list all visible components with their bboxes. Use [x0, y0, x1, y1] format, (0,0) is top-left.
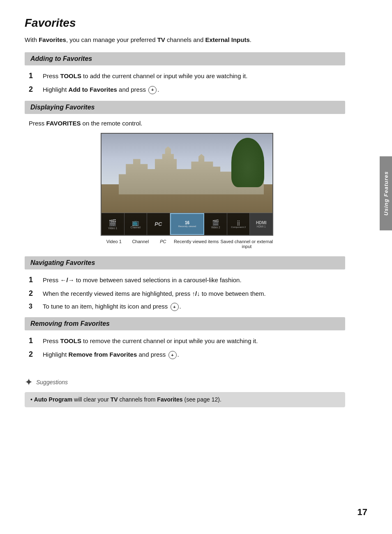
fav-bar-video1: 🎬 Video 1	[101, 213, 125, 235]
intro-text-middle: , you can manage your preferred	[66, 36, 157, 43]
step-number-2: 2	[29, 84, 41, 95]
component2-label: Component 2	[231, 226, 246, 228]
rem-step-number-1: 1	[29, 335, 41, 346]
removing-section-header: Removing from Favorites	[25, 317, 345, 330]
suggestions-bullet: • Auto Program will clear your TV channe…	[25, 392, 345, 407]
channel-icon: 📺	[132, 219, 139, 226]
adding-section-header: Adding to Favorites	[25, 52, 345, 65]
displaying-section: Displaying Favorites Press FAVORITES on …	[25, 101, 345, 249]
intro-text-after: channels and	[165, 36, 205, 43]
channel-label: Channel	[131, 226, 141, 229]
caption-saved: Saved channel or external input	[220, 239, 273, 249]
component2-icon: ⣿	[237, 220, 240, 226]
intro-favorites-bold: Favorites	[39, 36, 66, 43]
nav-step-number-2: 2	[29, 288, 41, 299]
removing-step-1: 1 Press TOOLS to remove the current chan…	[29, 335, 345, 346]
video2-icon: 🎬	[212, 219, 219, 226]
suggestion-favorites-bold: Favorites	[157, 396, 182, 403]
nav-step-number-1: 1	[29, 274, 41, 286]
removing-section: Removing from Favorites 1 Press TOOLS to…	[25, 317, 345, 360]
hdmi1-icon: HDMI	[256, 221, 267, 225]
suggestion-text-middle: will clear your	[72, 396, 111, 403]
auto-program-bold: Auto Program	[34, 396, 72, 403]
suggestion-text-end: (see page 12).	[183, 396, 221, 403]
favorites-display-illustration: 🎬 Video 1 📺 Channel PC	[29, 133, 345, 249]
adding-step-2-text: Highlight Add to Favorites and press +.	[43, 85, 159, 95]
navigating-step-1: 1 Press ←/→ to move between saved select…	[29, 274, 345, 286]
fav-bar-hdmi1: HDMI HDMI 1	[250, 213, 272, 235]
sidebar-tab-text: Using Features	[383, 171, 389, 216]
caption-recent: Recently viewed items	[172, 239, 220, 244]
nav-step-3-text: To tune to an item, highlight its icon a…	[43, 302, 181, 311]
sidebar-tab: Using Features	[380, 156, 392, 230]
fav-bar-recent: 16 Recently viewed	[170, 213, 205, 235]
intro-period: .	[250, 36, 251, 43]
video1-icon: 🎬	[108, 219, 117, 227]
video2-label: Video 2	[211, 226, 220, 229]
caption-video1: Video 1	[101, 239, 127, 244]
fav-bar-component2: ⣿ Component 2	[227, 213, 250, 235]
intro-tv-bold: TV	[157, 36, 165, 43]
navigating-steps-list: 1 Press ←/→ to move between saved select…	[25, 274, 345, 311]
navigating-section-header: Navigating Favorites	[25, 256, 345, 269]
suggestion-tv-bold: TV	[111, 396, 118, 403]
caption-pc: PC	[154, 239, 172, 244]
tv-trees	[231, 138, 264, 187]
pc-icon: PC	[154, 221, 162, 227]
video1-label: Video 1	[108, 227, 117, 230]
suggestions-label: Suggestions	[36, 379, 68, 385]
recent-label: Recently viewed	[178, 225, 196, 228]
enter-button-icon-rem: +	[168, 351, 177, 359]
suggestion-bullet-mark: •	[30, 396, 34, 403]
suggestion-text-after: channels from	[118, 396, 157, 403]
suggestions-section: ✦ Suggestions • Auto Program will clear …	[25, 376, 345, 407]
tv-screen: 🎬 Video 1 📺 Channel PC	[101, 133, 273, 236]
removing-step-2: 2 Highlight Remove from Favorites and pr…	[29, 349, 345, 360]
nav-step-number-3: 3	[29, 302, 41, 311]
fav-bar-video2: 🎬 Video 2	[204, 213, 227, 235]
suggestions-header: ✦ Suggestions	[25, 376, 345, 388]
adding-step-1-text: Press TOOLS to add the current channel o…	[43, 72, 247, 81]
navigating-section: Navigating Favorites 1 Press ←/→ to move…	[25, 256, 345, 311]
removing-step-2-text: Highlight Remove from Favorites and pres…	[43, 350, 179, 360]
hdmi1-label: HDMI 1	[257, 225, 266, 228]
caption-row: Video 1 Channel PC Recently viewed items…	[101, 239, 273, 249]
intro-external-bold: External Inputs	[205, 36, 249, 43]
navigating-step-2: 2 When the recently viewed items are hig…	[29, 288, 345, 299]
navigating-step-3: 3 To tune to an item, highlight its icon…	[29, 302, 345, 311]
intro-text-before: With	[25, 36, 39, 43]
right-sidebar: Using Features	[376, 0, 392, 534]
fav-bar-channel: 📺 Channel	[125, 213, 148, 235]
removing-steps-list: 1 Press TOOLS to remove the current chan…	[25, 335, 345, 360]
adding-section: Adding to Favorites 1 Press TOOLS to add…	[25, 52, 345, 95]
caption-channel: Channel	[127, 239, 154, 244]
intro-paragraph: With Favorites, you can manage your pref…	[25, 35, 345, 45]
fav-bar-pc: PC	[147, 213, 170, 235]
page-number: 17	[357, 507, 367, 518]
favorites-keyword: FAVORITES	[46, 120, 81, 127]
adding-steps-list: 1 Press TOOLS to add the current channel…	[25, 70, 345, 95]
nav-step-2-text: When the recently viewed items are highl…	[43, 289, 266, 299]
displaying-press-text: Press FAVORITES on the remote control.	[29, 119, 345, 128]
displaying-section-header: Displaying Favorites	[25, 101, 345, 114]
enter-button-icon-nav: +	[171, 303, 179, 311]
removing-step-1-text: Press TOOLS to remove the current channe…	[43, 337, 258, 346]
suggestions-icon: ✦	[25, 376, 33, 388]
recent-number: 16	[185, 221, 189, 225]
adding-step-1: 1 Press TOOLS to add the current channel…	[29, 70, 345, 81]
page-title: Favorites	[25, 16, 345, 30]
step-number-1: 1	[29, 70, 41, 81]
adding-step-2: 2 Highlight Add to Favorites and press +…	[29, 84, 345, 95]
nav-step-1-text: Press ←/→ to move between saved selectio…	[43, 276, 242, 285]
enter-button-icon: +	[148, 86, 157, 94]
rem-step-number-2: 2	[29, 349, 41, 360]
